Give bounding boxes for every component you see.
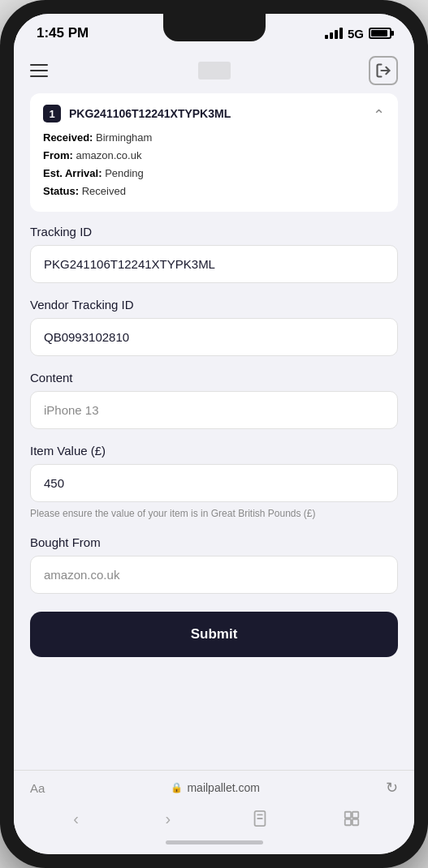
received-label: Received: [43,131,93,144]
browser-share-button[interactable] [248,806,272,831]
home-bar [166,840,263,844]
item-value-label: Item Value (£) [30,444,398,458]
reload-button[interactable]: ↻ [386,779,398,797]
hamburger-line-1 [30,64,48,66]
browser-url-text[interactable]: mailpallet.com [187,781,259,794]
bought-from-field-group: Bought From [30,535,398,594]
package-from-row: From: amazon.co.uk [43,147,385,165]
signal-bars-icon [325,28,343,39]
browser-back-button[interactable]: ‹ [64,806,89,831]
package-title-row: 1 PKG241106T12241XTYPK3ML [43,105,385,122]
svg-rect-4 [345,812,351,818]
collapse-chevron-icon[interactable]: ⌃ [373,106,385,124]
svg-rect-7 [352,819,358,825]
logout-button[interactable] [369,56,398,85]
battery-fill [371,30,387,37]
content-field-group: Content [30,371,398,429]
hamburger-line-2 [30,70,48,71]
vendor-tracking-id-input[interactable] [30,318,398,356]
package-id: PKG241106T12241XTYPK3ML [69,107,231,120]
hamburger-line-3 [30,75,48,77]
lock-icon: 🔒 [171,782,183,793]
content-input[interactable] [30,391,398,429]
browser-tabs-row: ‹ › [14,803,414,834]
browser-bar: Aa 🔒 mailpallet.com ↻ [14,770,414,803]
content-area[interactable]: 1 PKG241106T12241XTYPK3ML ⌃ Received: Bi… [14,93,414,770]
est-arrival-value: Pending [105,167,144,179]
battery-icon [369,28,391,39]
content-label: Content [30,371,398,385]
received-value: Birmingham [96,131,152,144]
app-header [14,48,414,93]
browser-forward-button[interactable]: › [156,806,180,831]
vendor-tracking-id-label: Vendor Tracking ID [30,298,398,312]
svg-rect-6 [345,819,351,825]
svg-rect-5 [352,812,358,818]
status-label: Status: [43,185,79,197]
package-header-card: 1 PKG241106T12241XTYPK3ML ⌃ Received: Bi… [30,93,398,212]
home-indicator [14,834,414,854]
hamburger-menu-button[interactable] [30,56,59,85]
network-type-label: 5G [348,27,364,41]
est-arrival-label: Est. Arrival: [43,167,102,179]
browser-url: 🔒 mailpallet.com [171,781,259,794]
package-received-row: Received: Birmingham [43,129,385,147]
share-icon [251,810,269,827]
item-value-input[interactable] [30,464,398,502]
phone-frame: 1:45 PM 5G [0,0,428,868]
package-arrival-row: Est. Arrival: Pending [43,165,385,183]
status-time: 1:45 PM [37,25,89,41]
status-value: Received [82,185,126,197]
package-number-badge: 1 [43,105,61,122]
item-value-field-group: Item Value (£) Please ensure the value o… [30,444,398,521]
tracking-id-input[interactable] [30,245,398,283]
bought-from-label: Bought From [30,535,398,549]
status-icons: 5G [325,27,391,41]
notch [163,14,266,41]
from-label: From: [43,149,73,161]
app-logo [198,62,231,79]
package-status-row: Status: Received [43,183,385,200]
bought-from-input[interactable] [30,556,398,594]
from-value: amazon.co.uk [76,149,141,161]
logout-icon [375,62,391,79]
browser-aa-button[interactable]: Aa [30,781,45,795]
vendor-tracking-id-field-group: Vendor Tracking ID [30,298,398,356]
submit-button[interactable]: Submit [30,612,398,657]
browser-tabs-button[interactable] [339,806,364,831]
tracking-id-field-group: Tracking ID [30,225,398,283]
tabs-icon [343,810,361,827]
phone-screen: 1:45 PM 5G [14,14,414,854]
tracking-id-label: Tracking ID [30,225,398,238]
package-meta: Received: Birmingham From: amazon.co.uk … [43,129,385,200]
item-value-hint: Please ensure the value of your item is … [30,507,398,521]
